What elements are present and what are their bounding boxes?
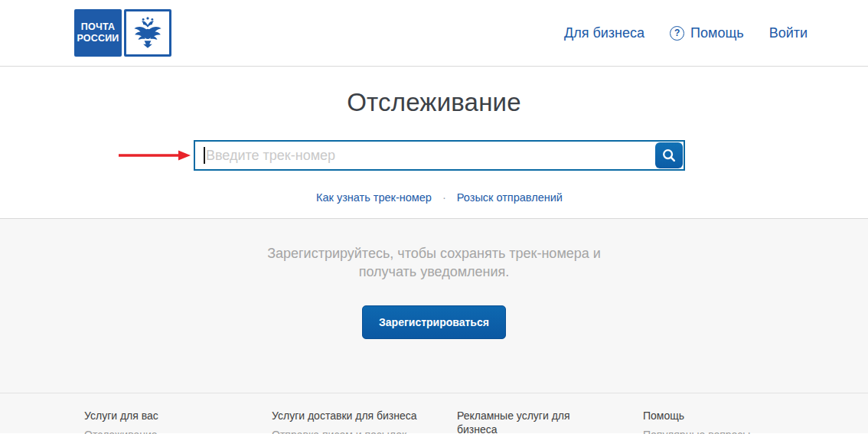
footer-link-tracking[interactable]: Отслеживание	[84, 429, 272, 434]
footer-col-ad-services: Рекламные услуги для бизнеса	[457, 409, 643, 433]
footer-heading: Услуги доставки для бизнеса	[272, 409, 457, 423]
footer-col-business-delivery: Услуги доставки для бизнеса Отправка пис…	[272, 409, 457, 433]
question-circle-icon: ?	[670, 26, 684, 41]
links-separator: ·	[442, 191, 446, 204]
footer-heading: Услуги для вас	[84, 409, 272, 423]
footer-link-faq[interactable]: Популярные вопросы	[643, 429, 750, 434]
russian-post-logo[interactable]: ПОЧТА РОССИИ	[74, 9, 171, 57]
track-number-input[interactable]	[194, 140, 685, 171]
double-headed-eagle-icon	[131, 16, 165, 50]
footer-col-services-for-you: Услуги для вас Отслеживание	[84, 409, 272, 433]
how-to-find-track-link[interactable]: Как узнать трек-номер	[316, 191, 432, 204]
red-arrow-annotation	[118, 149, 191, 162]
nav-for-business[interactable]: Для бизнеса	[564, 25, 644, 41]
nav-for-business-label: Для бизнеса	[564, 25, 644, 41]
text-caret	[204, 147, 205, 164]
logo-line2: РОССИИ	[77, 33, 119, 44]
register-section: Зарегистрируйтесь, чтобы сохранять трек-…	[0, 218, 868, 393]
tracking-links: Как узнать трек-номер · Розыск отправлен…	[194, 191, 685, 204]
eagle-emblem	[124, 9, 171, 57]
tracking-section: Отслеживание Как узнать трек-номер · Роз…	[0, 67, 868, 218]
site-header: ПОЧТА РОССИИ Для бизнеса ? Помощь	[0, 0, 868, 67]
magnifier-icon	[661, 148, 677, 163]
site-footer: Услуги для вас Отслеживание Услуги доста…	[0, 393, 868, 433]
nav-login[interactable]: Войти	[769, 25, 808, 41]
search-button[interactable]	[655, 142, 683, 168]
nav-login-label: Войти	[769, 25, 808, 41]
page-title: Отслеживание	[0, 67, 868, 117]
footer-heading: Рекламные услуги для бизнеса	[457, 409, 583, 434]
footer-link-sending[interactable]: Отправка писем и посылок	[272, 429, 457, 434]
footer-col-help: Помощь Популярные вопросы	[643, 409, 750, 433]
register-button[interactable]: Зарегистрироваться	[362, 305, 506, 339]
nav-help-label: Помощь	[690, 25, 744, 41]
nav-help[interactable]: ? Помощь	[670, 25, 744, 41]
register-text: Зарегистрируйтесь, чтобы сохранять трек-…	[255, 245, 613, 282]
logo-line1: ПОЧТА	[81, 21, 115, 33]
search-bar	[194, 140, 685, 171]
footer-heading: Помощь	[643, 409, 750, 423]
header-nav: Для бизнеса ? Помощь Войти	[564, 25, 808, 41]
shipment-search-link[interactable]: Розыск отправлений	[457, 191, 563, 204]
logo-wordmark: ПОЧТА РОССИИ	[74, 9, 122, 57]
